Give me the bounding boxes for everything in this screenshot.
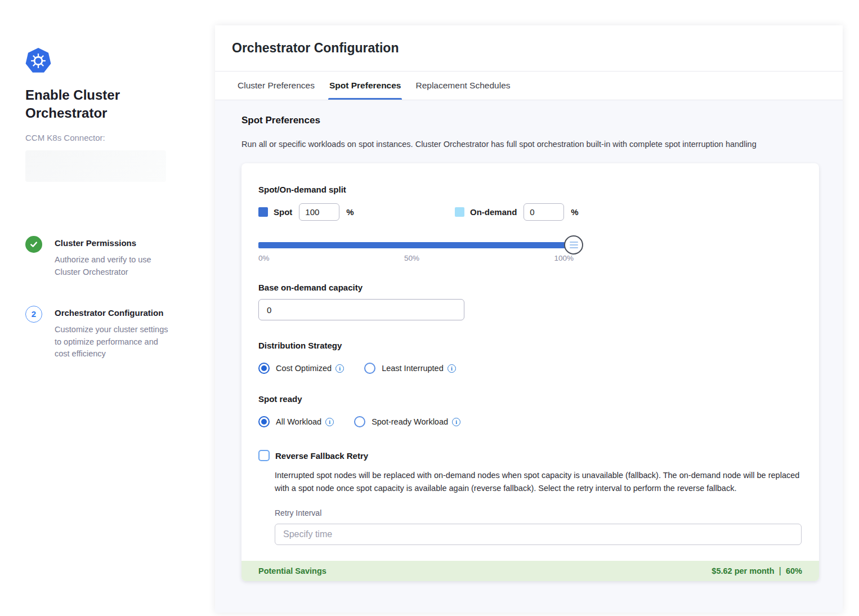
savings-divider: |: [779, 565, 781, 577]
info-icon[interactable]: i: [448, 364, 456, 373]
radio-label: All Workload: [276, 417, 321, 426]
radio-cost-optimized[interactable]: Cost Optimized i: [258, 363, 344, 374]
reverse-fallback-label: Reverse Fallback Retry: [275, 451, 368, 461]
step-cluster-permissions[interactable]: Cluster Permissions Authorize and verify…: [25, 236, 193, 279]
sidebar: Enable Cluster Orchestrator CCM K8s Conn…: [0, 0, 215, 616]
info-icon[interactable]: i: [452, 418, 460, 426]
base-capacity-label: Base on-demand capacity: [258, 283, 802, 292]
info-icon[interactable]: i: [335, 364, 344, 373]
scale-min-label: 0%: [258, 254, 270, 262]
spot-preferences-card: Spot/On-demand split Spot % On-demand %: [241, 163, 819, 581]
wizard-title: Enable Cluster Orchestrator: [25, 86, 155, 122]
reverse-fallback-description: Interrupted spot nodes will be replaced …: [275, 469, 802, 495]
ondemand-split-item: On-demand %: [455, 203, 579, 221]
scale-mid-label: 50%: [404, 254, 419, 262]
reverse-fallback-group: Reverse Fallback Retry Interrupted spot …: [258, 450, 802, 545]
spot-percent-sign: %: [346, 207, 354, 217]
step-title: Cluster Permissions: [55, 238, 170, 248]
potential-savings-label: Potential Savings: [258, 566, 326, 575]
radio-spot-ready-workload[interactable]: Spot-ready Workload i: [354, 416, 460, 427]
step-complete-check-icon: [25, 236, 42, 253]
section-title: Spot Preferences: [241, 115, 819, 126]
radio-unselected-icon[interactable]: [364, 363, 375, 374]
radio-unselected-icon[interactable]: [354, 416, 365, 427]
spot-percent-input[interactable]: [299, 203, 339, 221]
retry-interval-label: Retry Interval: [275, 508, 802, 517]
radio-least-interrupted[interactable]: Least Interrupted i: [364, 363, 456, 374]
distribution-strategy-group: Distribution Strategy Cost Optimized i L…: [258, 341, 802, 374]
step-title: Orchestrator Configuration: [55, 308, 170, 318]
spot-split-item: Spot %: [258, 203, 455, 221]
ondemand-label: On-demand: [470, 207, 517, 217]
tabbar: Cluster Preferences Spot Preferences Rep…: [215, 72, 843, 100]
radio-label: Cost Optimized: [276, 364, 332, 373]
ondemand-percent-sign: %: [571, 207, 578, 217]
ondemand-color-swatch: [455, 207, 464, 217]
info-icon[interactable]: i: [325, 418, 334, 426]
distribution-strategy-label: Distribution Strategy: [258, 341, 802, 350]
split-slider-track[interactable]: [258, 242, 574, 248]
tab-content: Spot Preferences Run all or specific wor…: [215, 100, 843, 613]
reverse-fallback-checkbox[interactable]: [258, 450, 270, 461]
split-slider: 0% 50% 100%: [258, 242, 574, 262]
step-description: Customize your cluster settings to optim…: [55, 324, 170, 360]
tab-cluster-preferences[interactable]: Cluster Preferences: [236, 72, 316, 100]
base-capacity-input[interactable]: [258, 299, 464, 320]
split-label: Spot/On-demand split: [258, 185, 802, 194]
savings-amount: $5.62 per month: [712, 566, 774, 575]
connector-value-placeholder: [25, 150, 166, 182]
potential-savings-bar: Potential Savings $5.62 per month | 60%: [241, 561, 819, 581]
spot-ready-label: Spot ready: [258, 394, 802, 404]
panel-header: Orchestrator Configuration: [215, 25, 843, 72]
savings-percent: 60%: [786, 566, 802, 575]
step-number-badge: 2: [25, 306, 42, 323]
spot-label: Spot: [274, 207, 292, 217]
kubernetes-icon: [25, 48, 51, 74]
section-description: Run all or specific workloads on spot in…: [241, 140, 819, 149]
radio-label: Least Interrupted: [382, 364, 444, 373]
radio-label: Spot-ready Workload: [372, 417, 448, 426]
main-panel: Orchestrator Configuration Cluster Prefe…: [215, 25, 843, 613]
step-orchestrator-configuration[interactable]: 2 Orchestrator Configuration Customize y…: [25, 306, 193, 360]
split-row: Spot % On-demand %: [258, 203, 802, 221]
potential-savings-value: $5.62 per month | 60%: [712, 565, 802, 577]
radio-selected-icon[interactable]: [258, 416, 270, 427]
ondemand-percent-input[interactable]: [524, 203, 564, 221]
split-slider-scale: 0% 50% 100%: [258, 254, 574, 262]
radio-selected-icon[interactable]: [258, 363, 270, 374]
base-capacity-group: Base on-demand capacity: [258, 283, 802, 320]
spot-ready-group: Spot ready All Workload i Spot-ready Wor…: [258, 394, 802, 427]
radio-all-workload[interactable]: All Workload i: [258, 416, 334, 427]
wizard-steps: Cluster Permissions Authorize and verify…: [25, 236, 193, 360]
tab-replacement-schedules[interactable]: Replacement Schedules: [414, 72, 511, 100]
retry-interval-input[interactable]: [275, 524, 802, 545]
spot-color-swatch: [258, 207, 268, 217]
split-slider-handle[interactable]: [564, 235, 583, 255]
page-title: Orchestrator Configuration: [232, 41, 399, 56]
step-description: Authorize and verify to use Cluster Orch…: [55, 254, 170, 279]
tab-spot-preferences[interactable]: Spot Preferences: [328, 72, 402, 100]
scale-max-label: 100%: [554, 254, 574, 262]
connector-label: CCM K8s Connector:: [25, 133, 193, 142]
